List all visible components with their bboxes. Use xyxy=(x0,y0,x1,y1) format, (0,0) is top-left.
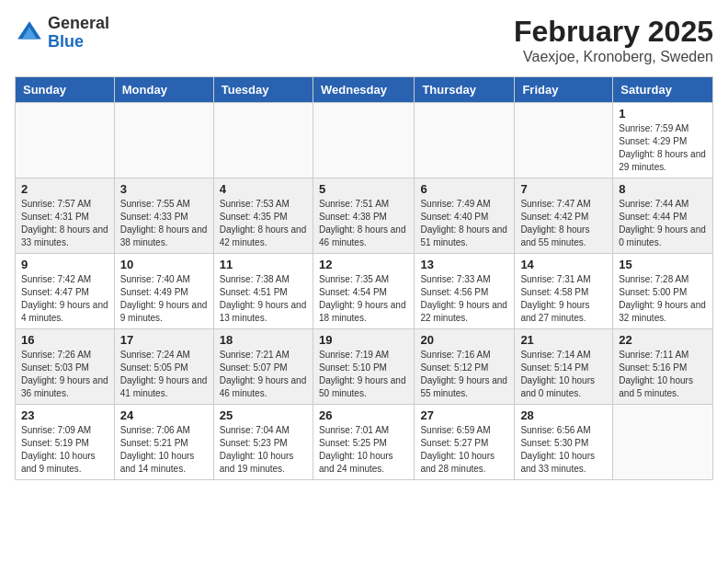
day-number: 7 xyxy=(520,182,607,196)
calendar-cell xyxy=(313,103,414,178)
day-number: 22 xyxy=(619,333,707,347)
day-info: Sunrise: 7:53 AM Sunset: 4:35 PM Dayligh… xyxy=(220,198,307,249)
day-info: Sunrise: 7:06 AM Sunset: 5:21 PM Dayligh… xyxy=(120,424,208,476)
day-number: 5 xyxy=(319,182,408,196)
calendar-cell: 16Sunrise: 7:26 AM Sunset: 5:03 PM Dayli… xyxy=(16,329,115,405)
day-number: 26 xyxy=(319,408,408,422)
calendar-cell: 8Sunrise: 7:44 AM Sunset: 4:44 PM Daylig… xyxy=(613,178,713,254)
logo-general: General xyxy=(48,14,109,32)
day-number: 6 xyxy=(420,182,508,196)
header-monday: Monday xyxy=(114,77,213,103)
calendar-cell: 17Sunrise: 7:24 AM Sunset: 5:05 PM Dayli… xyxy=(114,329,213,405)
day-number: 12 xyxy=(319,258,408,271)
logo: General Blue xyxy=(15,15,109,52)
calendar-cell: 14Sunrise: 7:31 AM Sunset: 4:58 PM Dayli… xyxy=(515,254,613,329)
day-number: 3 xyxy=(120,182,208,196)
day-info: Sunrise: 7:44 AM Sunset: 4:44 PM Dayligh… xyxy=(619,198,707,249)
header-sunday: Sunday xyxy=(16,77,115,103)
calendar-cell: 25Sunrise: 7:04 AM Sunset: 5:23 PM Dayli… xyxy=(213,405,313,480)
calendar-cell: 3Sunrise: 7:55 AM Sunset: 4:33 PM Daylig… xyxy=(114,178,213,254)
calendar-cell xyxy=(515,103,613,178)
day-number: 14 xyxy=(520,258,607,271)
day-number: 9 xyxy=(21,258,108,271)
day-number: 16 xyxy=(21,333,108,347)
day-number: 19 xyxy=(319,333,408,347)
day-number: 28 xyxy=(520,408,607,422)
day-info: Sunrise: 7:35 AM Sunset: 4:54 PM Dayligh… xyxy=(319,273,408,325)
calendar-subtitle: Vaexjoe, Kronoberg, Sweden xyxy=(514,49,713,65)
calendar-table: SundayMondayTuesdayWednesdayThursdayFrid… xyxy=(15,76,713,480)
day-number: 4 xyxy=(220,182,307,196)
calendar-cell: 9Sunrise: 7:42 AM Sunset: 4:47 PM Daylig… xyxy=(16,254,115,329)
day-info: Sunrise: 6:56 AM Sunset: 5:30 PM Dayligh… xyxy=(520,424,607,476)
calendar-cell: 7Sunrise: 7:47 AM Sunset: 4:42 PM Daylig… xyxy=(515,178,613,254)
day-number: 21 xyxy=(520,333,607,347)
day-info: Sunrise: 7:14 AM Sunset: 5:14 PM Dayligh… xyxy=(520,349,607,400)
day-info: Sunrise: 6:59 AM Sunset: 5:27 PM Dayligh… xyxy=(420,424,508,476)
calendar-cell xyxy=(415,103,515,178)
calendar-cell: 27Sunrise: 6:59 AM Sunset: 5:27 PM Dayli… xyxy=(415,405,515,480)
day-info: Sunrise: 7:04 AM Sunset: 5:23 PM Dayligh… xyxy=(220,424,307,476)
calendar-cell: 24Sunrise: 7:06 AM Sunset: 5:21 PM Dayli… xyxy=(114,405,213,480)
day-number: 1 xyxy=(619,107,707,121)
header-wednesday: Wednesday xyxy=(313,77,414,103)
day-info: Sunrise: 7:55 AM Sunset: 4:33 PM Dayligh… xyxy=(120,198,208,249)
day-info: Sunrise: 7:16 AM Sunset: 5:12 PM Dayligh… xyxy=(420,349,508,400)
day-info: Sunrise: 7:33 AM Sunset: 4:56 PM Dayligh… xyxy=(420,273,508,325)
calendar-cell: 2Sunrise: 7:57 AM Sunset: 4:31 PM Daylig… xyxy=(16,178,115,254)
week-row-4: 16Sunrise: 7:26 AM Sunset: 5:03 PM Dayli… xyxy=(16,329,713,405)
day-number: 13 xyxy=(420,258,508,271)
day-number: 24 xyxy=(120,408,208,422)
logo-text: General Blue xyxy=(48,15,109,52)
calendar-cell: 20Sunrise: 7:16 AM Sunset: 5:12 PM Dayli… xyxy=(415,329,515,405)
calendar-cell: 26Sunrise: 7:01 AM Sunset: 5:25 PM Dayli… xyxy=(313,405,414,480)
calendar-cell: 13Sunrise: 7:33 AM Sunset: 4:56 PM Dayli… xyxy=(415,254,515,329)
day-info: Sunrise: 7:01 AM Sunset: 5:25 PM Dayligh… xyxy=(319,424,408,476)
calendar-cell: 23Sunrise: 7:09 AM Sunset: 5:19 PM Dayli… xyxy=(16,405,115,480)
calendar-cell: 28Sunrise: 6:56 AM Sunset: 5:30 PM Dayli… xyxy=(515,405,613,480)
day-info: Sunrise: 7:09 AM Sunset: 5:19 PM Dayligh… xyxy=(21,424,108,476)
calendar-cell: 5Sunrise: 7:51 AM Sunset: 4:38 PM Daylig… xyxy=(313,178,414,254)
calendar-cell: 10Sunrise: 7:40 AM Sunset: 4:49 PM Dayli… xyxy=(114,254,213,329)
day-info: Sunrise: 7:38 AM Sunset: 4:51 PM Dayligh… xyxy=(220,273,307,325)
page-header: General Blue February 2025 Vaexjoe, Kron… xyxy=(15,15,713,65)
header-friday: Friday xyxy=(515,77,613,103)
week-row-2: 2Sunrise: 7:57 AM Sunset: 4:31 PM Daylig… xyxy=(16,178,713,254)
day-info: Sunrise: 7:28 AM Sunset: 5:00 PM Dayligh… xyxy=(619,273,707,325)
day-number: 23 xyxy=(21,408,108,422)
header-saturday: Saturday xyxy=(613,77,713,103)
calendar-cell xyxy=(213,103,313,178)
week-row-5: 23Sunrise: 7:09 AM Sunset: 5:19 PM Dayli… xyxy=(16,405,713,480)
day-number: 27 xyxy=(420,408,508,422)
day-number: 10 xyxy=(120,258,208,271)
day-number: 25 xyxy=(220,408,307,422)
calendar-cell: 4Sunrise: 7:53 AM Sunset: 4:35 PM Daylig… xyxy=(213,178,313,254)
calendar-cell: 11Sunrise: 7:38 AM Sunset: 4:51 PM Dayli… xyxy=(213,254,313,329)
day-info: Sunrise: 7:51 AM Sunset: 4:38 PM Dayligh… xyxy=(319,198,408,249)
calendar-cell: 18Sunrise: 7:21 AM Sunset: 5:07 PM Dayli… xyxy=(213,329,313,405)
day-number: 2 xyxy=(21,182,108,196)
day-number: 11 xyxy=(220,258,307,271)
day-info: Sunrise: 7:24 AM Sunset: 5:05 PM Dayligh… xyxy=(120,349,208,400)
calendar-cell: 19Sunrise: 7:19 AM Sunset: 5:10 PM Dayli… xyxy=(313,329,414,405)
title-section: February 2025 Vaexjoe, Kronoberg, Sweden xyxy=(514,15,713,65)
day-number: 20 xyxy=(420,333,508,347)
logo-icon xyxy=(15,18,44,48)
day-info: Sunrise: 7:42 AM Sunset: 4:47 PM Dayligh… xyxy=(21,273,108,325)
calendar-cell: 1Sunrise: 7:59 AM Sunset: 4:29 PM Daylig… xyxy=(613,103,713,178)
calendar-cell xyxy=(613,405,713,480)
calendar-cell: 21Sunrise: 7:14 AM Sunset: 5:14 PM Dayli… xyxy=(515,329,613,405)
week-row-1: 1Sunrise: 7:59 AM Sunset: 4:29 PM Daylig… xyxy=(16,103,713,178)
calendar-cell: 6Sunrise: 7:49 AM Sunset: 4:40 PM Daylig… xyxy=(415,178,515,254)
calendar-cell: 15Sunrise: 7:28 AM Sunset: 5:00 PM Dayli… xyxy=(613,254,713,329)
day-number: 15 xyxy=(619,258,707,271)
header-tuesday: Tuesday xyxy=(213,77,313,103)
logo-blue: Blue xyxy=(48,32,84,51)
day-number: 18 xyxy=(220,333,307,347)
header-thursday: Thursday xyxy=(415,77,515,103)
calendar-cell xyxy=(114,103,213,178)
calendar-cell: 12Sunrise: 7:35 AM Sunset: 4:54 PM Dayli… xyxy=(313,254,414,329)
day-info: Sunrise: 7:47 AM Sunset: 4:42 PM Dayligh… xyxy=(520,198,607,249)
day-info: Sunrise: 7:26 AM Sunset: 5:03 PM Dayligh… xyxy=(21,349,108,400)
header-row: SundayMondayTuesdayWednesdayThursdayFrid… xyxy=(16,77,713,103)
